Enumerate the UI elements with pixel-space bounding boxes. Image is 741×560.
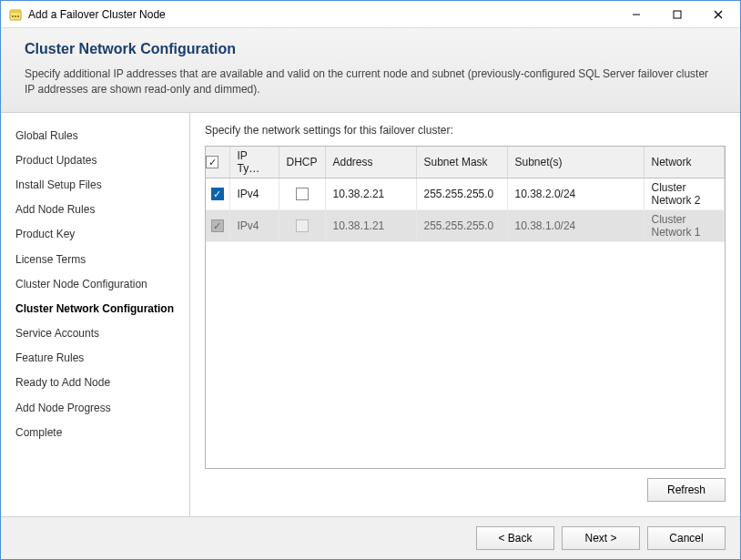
col-check[interactable]: ✓: [206, 147, 229, 178]
svg-rect-6: [674, 11, 681, 18]
cell-address: 10.38.1.21: [325, 209, 416, 241]
refresh-button[interactable]: Refresh: [647, 478, 726, 502]
app-icon: [8, 7, 23, 22]
row-checkbox: ✓: [211, 219, 224, 232]
col-iptype[interactable]: IP Ty…: [229, 147, 279, 178]
col-address[interactable]: Address: [325, 147, 416, 178]
sidebar-item-add-node-rules[interactable]: Add Node Rules: [1, 198, 189, 222]
main-content: Specify the network settings for this fa…: [190, 113, 740, 516]
sidebar-item-complete[interactable]: Complete: [1, 421, 189, 445]
svg-rect-1: [10, 10, 21, 13]
sidebar-item-service-accounts[interactable]: Service Accounts: [1, 321, 189, 346]
cancel-button[interactable]: Cancel: [647, 526, 726, 550]
page-description: Specify additional IP addresses that are…: [25, 66, 716, 97]
maximize-button[interactable]: [656, 2, 697, 27]
table-row[interactable]: ✓ IPv4 10.38.2.21 255.255.255.0 10.38.2.…: [206, 178, 725, 209]
sidebar-item-global-rules[interactable]: Global Rules: [1, 124, 189, 148]
sidebar-item-ready-to-add-node[interactable]: Ready to Add Node: [1, 371, 189, 395]
sidebar-item-install-setup-files[interactable]: Install Setup Files: [1, 173, 189, 198]
next-button[interactable]: Next >: [562, 526, 640, 550]
row-checkbox[interactable]: ✓: [211, 188, 224, 200]
col-network[interactable]: Network: [644, 147, 724, 178]
grid-header-row: ✓ IP Ty… DHCP Address Subnet Mask Subnet…: [206, 147, 725, 178]
window-title: Add a Failover Cluster Node: [28, 8, 615, 21]
sidebar-item-cluster-node-configuration[interactable]: Cluster Node Configuration: [1, 272, 189, 297]
sidebar-item-cluster-network-configuration[interactable]: Cluster Network Configuration: [1, 297, 189, 321]
network-grid: ✓ IP Ty… DHCP Address Subnet Mask Subnet…: [206, 147, 725, 242]
cell-subnets[interactable]: 10.38.2.0/24: [507, 178, 644, 209]
body-area: Global Rules Product Updates Install Set…: [1, 113, 740, 516]
cell-iptype: IPv4: [229, 209, 279, 241]
dhcp-checkbox: [296, 219, 309, 232]
select-all-checkbox[interactable]: ✓: [206, 156, 218, 168]
svg-point-4: [17, 15, 19, 17]
cell-network: Cluster Network 1: [644, 209, 724, 241]
col-subnets[interactable]: Subnet(s): [507, 147, 644, 178]
network-grid-container: ✓ IP Ty… DHCP Address Subnet Mask Subnet…: [205, 146, 726, 469]
svg-point-3: [15, 15, 16, 17]
sidebar-item-product-key[interactable]: Product Key: [1, 222, 189, 247]
svg-point-2: [12, 15, 14, 17]
footer-buttons: < Back Next > Cancel: [1, 516, 740, 559]
cell-network[interactable]: Cluster Network 2: [644, 178, 724, 209]
col-subnetmask[interactable]: Subnet Mask: [416, 147, 507, 178]
sidebar-item-feature-rules[interactable]: Feature Rules: [1, 346, 189, 371]
titlebar: Add a Failover Cluster Node: [1, 1, 740, 28]
cell-iptype: IPv4: [229, 178, 279, 209]
dhcp-checkbox[interactable]: [296, 188, 309, 200]
cell-subnets: 10.38.1.0/24: [507, 209, 644, 241]
cell-address[interactable]: 10.38.2.21: [325, 178, 416, 209]
instruction-label: Specify the network settings for this fa…: [205, 124, 726, 137]
close-button[interactable]: [697, 2, 738, 27]
back-button[interactable]: < Back: [476, 526, 554, 550]
refresh-row: Refresh: [205, 469, 726, 507]
wizard-window: Add a Failover Cluster Node Cluster Netw…: [0, 0, 741, 560]
cell-subnetmask: 255.255.255.0: [416, 209, 507, 241]
col-dhcp[interactable]: DHCP: [279, 147, 325, 178]
wizard-steps-sidebar: Global Rules Product Updates Install Set…: [1, 113, 190, 516]
table-row: ✓ IPv4 10.38.1.21 255.255.255.0 10.38.1.…: [206, 209, 725, 241]
window-controls: [615, 2, 738, 27]
header-area: Cluster Network Configuration Specify ad…: [1, 28, 740, 113]
page-title: Cluster Network Configuration: [25, 41, 716, 57]
minimize-button[interactable]: [615, 2, 656, 27]
cell-subnetmask[interactable]: 255.255.255.0: [416, 178, 507, 209]
sidebar-item-product-updates[interactable]: Product Updates: [1, 148, 189, 173]
sidebar-item-add-node-progress[interactable]: Add Node Progress: [1, 396, 189, 421]
sidebar-item-license-terms[interactable]: License Terms: [1, 248, 189, 272]
